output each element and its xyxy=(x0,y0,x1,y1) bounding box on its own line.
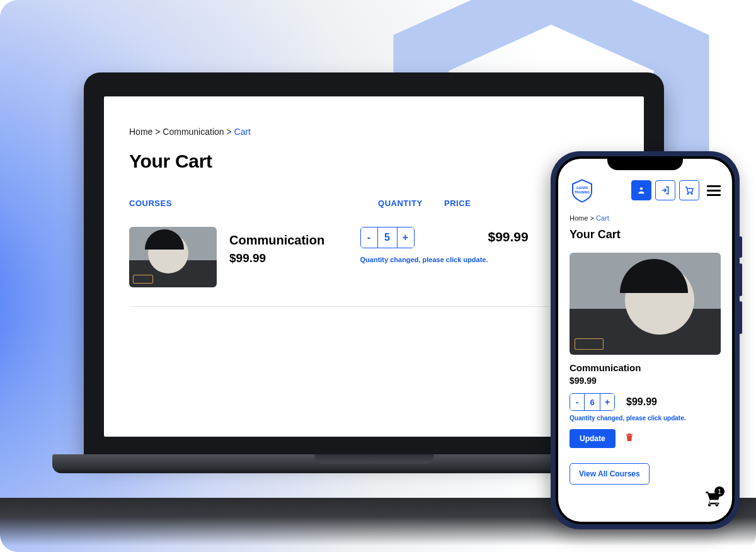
breadcrumb-home[interactable]: Home xyxy=(129,127,152,137)
update-button[interactable]: Update xyxy=(570,429,616,448)
phone-notch xyxy=(607,156,683,170)
security-badge-icon xyxy=(133,275,153,284)
qty-value: 6 xyxy=(584,394,600,410)
breadcrumb-cart[interactable]: Cart xyxy=(596,214,609,222)
cart-table-header: COURSES QUANTITY PRICE xyxy=(129,198,619,208)
page-title: Your Cart xyxy=(129,151,619,172)
breadcrumb-sep: > xyxy=(155,127,160,137)
breadcrumb-communication[interactable]: Communication xyxy=(163,127,224,137)
breadcrumb: Home > Cart xyxy=(570,214,721,222)
svg-point-3 xyxy=(687,193,689,194)
course-unit-price: $99.99 xyxy=(229,251,360,265)
course-thumbnail xyxy=(570,253,721,355)
breadcrumb-sep: > xyxy=(590,214,593,222)
breadcrumb-sep: > xyxy=(226,127,231,137)
header-courses: COURSES xyxy=(129,198,378,208)
course-name: Communication xyxy=(570,362,721,373)
breadcrumb-cart[interactable]: Cart xyxy=(234,127,251,137)
delete-icon[interactable] xyxy=(624,432,634,445)
qty-changed-note: Quantity changed, please click update. xyxy=(570,415,721,422)
menu-icon[interactable] xyxy=(707,185,721,196)
course-unit-price: $99.99 xyxy=(570,376,721,386)
security-badge-icon xyxy=(575,338,604,350)
cart-icon[interactable] xyxy=(679,180,699,200)
qty-changed-note: Quantity changed, please click update. xyxy=(360,256,488,263)
view-all-courses-button[interactable]: View All Courses xyxy=(570,463,650,485)
cart-count-badge: 1 xyxy=(714,486,724,497)
floating-cart-button[interactable]: 1 xyxy=(704,490,722,510)
cart-row: Communication $99.99 - 5 + Quantity chan… xyxy=(129,208,619,307)
svg-point-2 xyxy=(640,187,643,190)
course-thumbnail xyxy=(129,227,217,287)
brand-logo[interactable]: GUARD TRAINING xyxy=(570,178,595,203)
quantity-stepper[interactable]: - 5 + xyxy=(360,227,415,248)
scene-canvas: Home > Communication > Cart Your Cart CO… xyxy=(0,0,756,552)
quantity-stepper[interactable]: - 6 + xyxy=(570,393,615,411)
course-name: Communication xyxy=(229,233,360,248)
mobile-header: GUARD TRAINING xyxy=(570,178,721,203)
phone-side-button xyxy=(739,236,742,258)
page-title: Your Cart xyxy=(570,228,721,241)
breadcrumb-home[interactable]: Home xyxy=(570,214,588,222)
header-quantity: QUANTITY xyxy=(378,198,444,208)
svg-text:TRAINING: TRAINING xyxy=(575,190,590,194)
phone-side-button xyxy=(739,263,742,296)
qty-decrement-button[interactable]: - xyxy=(570,394,584,410)
svg-text:GUARD: GUARD xyxy=(576,186,588,190)
line-price: $99.99 xyxy=(626,396,657,408)
phone-mockup: GUARD TRAINING xyxy=(551,151,740,529)
qty-decrement-button[interactable]: - xyxy=(361,227,377,248)
mobile-cart-page: GUARD TRAINING xyxy=(558,159,732,522)
phone-side-button xyxy=(739,301,742,334)
qty-value: 5 xyxy=(377,227,398,248)
qty-increment-button[interactable]: + xyxy=(398,227,414,248)
breadcrumb: Home > Communication > Cart xyxy=(129,127,619,137)
login-icon[interactable] xyxy=(655,180,675,200)
svg-point-4 xyxy=(691,193,692,194)
qty-increment-button[interactable]: + xyxy=(600,394,614,410)
account-icon[interactable] xyxy=(631,180,651,200)
